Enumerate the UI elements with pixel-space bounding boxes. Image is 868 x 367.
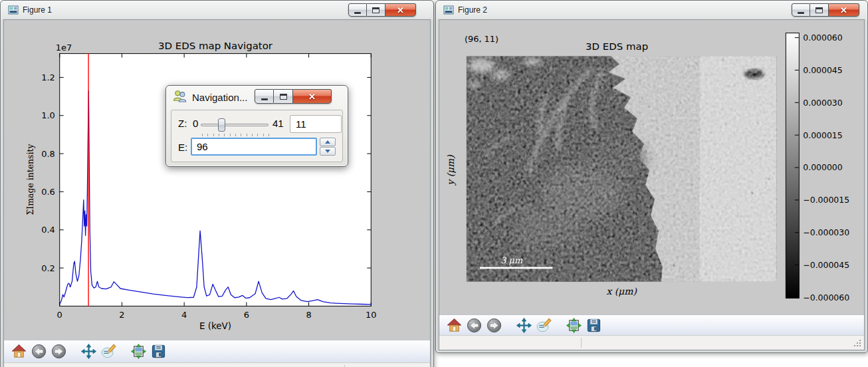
figure2-statusbar	[439, 335, 864, 350]
figure2-canvas[interactable]: (96, 11) 3D EDS map	[439, 20, 864, 314]
configure-subplots-button[interactable]	[564, 316, 584, 334]
y-axis-label: ΣImage intensity	[25, 144, 35, 215]
figure-window-icon	[8, 5, 19, 15]
z-value-input[interactable]: 11	[290, 115, 342, 133]
y-tick-label: 1.0	[41, 110, 55, 120]
figure2-window: Figure 2 ✕	[435, 0, 868, 353]
e-spin-down-button[interactable]	[320, 147, 336, 156]
dialog-title: Navigation...	[192, 92, 247, 103]
e-value: 96	[197, 141, 208, 152]
z-max-label: 41	[272, 118, 284, 129]
z-slider-ticks	[202, 134, 269, 137]
minimize-button[interactable]	[348, 3, 367, 17]
forward-icon	[51, 344, 66, 359]
x-tick-label: 8	[306, 310, 311, 320]
z-slider-handle[interactable]	[218, 118, 225, 132]
home-button[interactable]	[444, 316, 464, 334]
edit-parameters-icon	[101, 344, 116, 359]
z-value: 11	[296, 118, 306, 130]
y-tick-label: 1.2	[41, 72, 55, 82]
colorbar-tick-label: −0.000060	[803, 293, 849, 303]
window-title: Figure 1	[23, 5, 52, 15]
figure-window-icon	[443, 5, 454, 15]
save-button[interactable]	[584, 316, 603, 334]
figure1-window: Figure 1 ✕ 02468100.20.40.60.81.01.2 3D …	[0, 0, 434, 367]
window-title: Figure 2	[458, 5, 487, 15]
colorbar-tick-label: 0.000045	[803, 65, 842, 75]
colorbar-tick-label: 0.000030	[803, 98, 842, 108]
z-slider[interactable]	[201, 118, 269, 138]
e-spinner	[320, 138, 336, 156]
y-tick-label: 0.2	[41, 263, 55, 273]
x-axis-label: x (μm)	[606, 286, 637, 297]
edit-parameters-button[interactable]	[98, 342, 118, 360]
resize-grip[interactable]	[859, 345, 861, 346]
figure2-toolbar	[439, 314, 864, 335]
navigation-dialog[interactable]: Navigation... ✕ Z: 0 41	[165, 85, 348, 167]
maximize-button[interactable]	[810, 3, 829, 17]
colorbar	[786, 33, 799, 299]
navigation-dialog-titlebar[interactable]: Navigation... ✕	[166, 86, 348, 108]
dialog-close-button[interactable]: ✕	[293, 89, 332, 104]
edit-parameters-button[interactable]	[534, 316, 554, 334]
colorbar-tick-label: 0.000060	[803, 33, 842, 43]
eds-map-plot[interactable]: (96, 11) 3D EDS map	[439, 20, 864, 314]
dialog-maximize-button[interactable]	[274, 89, 293, 104]
x-tick-label: 10	[366, 310, 376, 320]
x-axis-label: E (keV)	[199, 321, 231, 331]
figure1-canvas[interactable]: 02468100.20.40.60.81.01.2 3D EDS map Nav…	[4, 20, 430, 340]
pan-button[interactable]	[514, 316, 534, 334]
save-icon	[151, 344, 166, 359]
cursor-coordinates-label: (96, 11)	[465, 34, 498, 44]
close-button[interactable]: ✕	[385, 3, 416, 17]
close-button[interactable]: ✕	[829, 3, 859, 17]
save-icon	[586, 318, 601, 333]
colorbar-tick-label: −0.000030	[803, 227, 849, 237]
back-button[interactable]	[464, 316, 484, 334]
colorbar-tick-label: −0.000015	[803, 195, 849, 205]
home-button[interactable]	[9, 342, 29, 360]
pan-icon	[81, 344, 96, 359]
minimize-button[interactable]	[792, 3, 810, 17]
maximize-button[interactable]	[367, 3, 385, 17]
figure1-statusbar	[4, 362, 430, 367]
forward-button[interactable]	[484, 316, 504, 334]
x-tick-label: 0	[57, 310, 62, 320]
plot-title: 3D EDS map	[586, 41, 648, 53]
figure2-titlebar[interactable]: Figure 2 ✕	[439, 1, 865, 19]
pan-icon	[516, 318, 532, 333]
navigator-spectrum-plot[interactable]: 02468100.20.40.60.81.01.2 3D EDS map Nav…	[4, 20, 430, 340]
colorbar-tick-label: 0.000000	[803, 162, 842, 172]
figure1-titlebar[interactable]: Figure 1 ✕	[3, 1, 431, 19]
save-button[interactable]	[148, 342, 168, 360]
edit-parameters-icon	[536, 318, 552, 333]
plot-title: 3D EDS map Navigator	[158, 40, 273, 52]
pan-button[interactable]	[78, 342, 98, 360]
statusbar-divider	[581, 338, 582, 348]
scale-bar-label: 3 μm	[500, 255, 523, 265]
eds-map-image[interactable]: 3 μm	[467, 57, 777, 282]
figure1-toolbar	[4, 340, 430, 362]
dialog-minimize-button[interactable]	[255, 89, 274, 104]
home-icon	[447, 318, 462, 333]
e-value-input[interactable]: 96	[191, 138, 317, 156]
x-tick-label: 2	[119, 310, 124, 320]
z-slider-track[interactable]	[201, 124, 269, 126]
x-tick-label: 6	[244, 310, 249, 320]
forward-button[interactable]	[49, 342, 68, 360]
navigation-panel: Z: 0 41 11 E: 96	[171, 110, 343, 162]
scale-bar	[480, 267, 553, 269]
back-icon	[31, 344, 47, 359]
configure-subplots-icon	[566, 318, 582, 333]
e-spin-up-button[interactable]	[320, 138, 336, 146]
y-tick-label: 0.8	[41, 149, 55, 159]
colorbar-tick-label: 0.000015	[803, 130, 842, 140]
back-button[interactable]	[29, 342, 49, 360]
people-icon	[173, 89, 187, 106]
z-axis-label: Z:	[178, 118, 187, 129]
configure-subplots-button[interactable]	[128, 342, 148, 360]
home-icon	[11, 344, 27, 359]
forward-icon	[487, 318, 502, 333]
configure-subplots-icon	[131, 344, 146, 359]
y-tick-label: 0.4	[41, 225, 55, 235]
